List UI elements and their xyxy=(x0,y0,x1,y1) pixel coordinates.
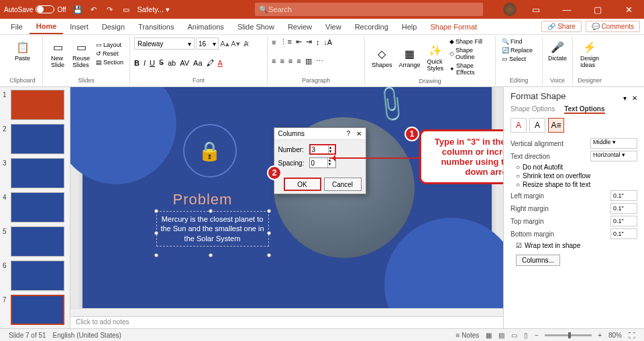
zoom-level[interactable]: 80% xyxy=(608,332,622,339)
tab-recording[interactable]: Recording xyxy=(348,20,395,33)
slide-canvas[interactable]: 🔒 Problem Mercury is the closest planet … xyxy=(70,87,503,308)
bold-button[interactable]: B xyxy=(134,59,140,67)
pane-dropdown-icon[interactable]: ▾ xyxy=(623,94,627,102)
autofit-none-radio[interactable]: ○Do not Autofit xyxy=(516,163,637,171)
tab-file[interactable]: File xyxy=(4,20,30,33)
reset-button[interactable]: ↺ Reset xyxy=(94,50,125,58)
font-color-button[interactable]: A xyxy=(218,59,223,67)
tab-transitions[interactable]: Transitions xyxy=(131,20,180,33)
reading-view-icon[interactable]: ▭ xyxy=(511,332,517,339)
text-fill-icon[interactable]: A xyxy=(511,118,527,133)
new-slide-button[interactable]: ▭New Slide xyxy=(47,38,68,70)
text-effects-icon[interactable]: A xyxy=(529,118,545,133)
number-down-arrow[interactable]: ▼ xyxy=(329,149,335,153)
zoom-slider[interactable] xyxy=(545,334,592,336)
slideshow-view-icon[interactable]: ▯ xyxy=(524,332,528,339)
minimize-button[interactable]: — xyxy=(555,5,578,15)
strikethrough-button[interactable]: S̶ xyxy=(159,58,164,67)
font-name-combo[interactable]: Raleway▾ xyxy=(134,38,195,50)
dictate-button[interactable]: 🎤Dictate xyxy=(547,38,568,63)
notes-pane[interactable]: Click to add notes xyxy=(70,316,503,328)
increase-font-icon[interactable]: A▴ xyxy=(220,39,229,48)
thumbnail-1[interactable] xyxy=(11,90,64,120)
line-spacing-button[interactable]: ↕ xyxy=(316,38,320,46)
left-margin-spinner[interactable]: 0.1" xyxy=(610,190,637,201)
autofit-shrink-radio[interactable]: ○Shrink text on overflow xyxy=(516,172,637,180)
redo-icon[interactable]: ↷ xyxy=(105,5,115,14)
italic-button[interactable]: I xyxy=(144,59,146,67)
shape-fill-button[interactable]: ◆ Shape Fill xyxy=(447,38,491,46)
quick-styles-button[interactable]: ✨Quick Styles xyxy=(425,41,447,73)
pane-close-icon[interactable]: ✕ xyxy=(632,94,637,102)
design-ideas-button[interactable]: ⚡Design Ideas xyxy=(577,38,602,70)
filename[interactable]: Safety... ▾ xyxy=(138,5,170,14)
wrap-text-checkbox[interactable]: ☑Wrap text in shape xyxy=(516,242,637,249)
notes-toggle[interactable]: ≡ Notes xyxy=(456,332,480,339)
textdir-select[interactable]: Horizontal ▾ xyxy=(590,151,637,161)
justify-button[interactable]: ≡ xyxy=(297,57,301,65)
ribbon-display-icon[interactable]: ▭ xyxy=(525,5,547,15)
shape-effects-button[interactable]: ✦ Shape Effects xyxy=(447,62,491,76)
numbering-button[interactable]: ⋮≡ xyxy=(280,38,291,46)
clear-format-icon[interactable]: A̷ xyxy=(241,39,251,48)
find-button[interactable]: 🔍 Find xyxy=(500,38,538,46)
slide-body-textbox[interactable]: Mercury is the closest planet to the Sun… xyxy=(156,211,269,247)
thumbnail-3[interactable] xyxy=(11,158,64,188)
horizontal-scrollbar[interactable] xyxy=(70,308,503,316)
slide-title[interactable]: Problem xyxy=(173,191,233,208)
comments-button[interactable]: 💬 Comments xyxy=(586,21,640,32)
tab-help[interactable]: Help xyxy=(395,20,424,33)
select-button[interactable]: ▭ Select xyxy=(500,55,538,63)
slide-number-status[interactable]: Slide 7 of 51 xyxy=(9,332,46,339)
normal-view-icon[interactable]: ▦ xyxy=(486,332,492,339)
zoom-in-button[interactable]: + xyxy=(598,332,602,339)
thumbnail-2[interactable] xyxy=(11,124,64,154)
bullets-button[interactable]: ≡ xyxy=(272,38,276,46)
bottom-margin-spinner[interactable]: 0.1" xyxy=(610,228,637,239)
thumbnail-4[interactable] xyxy=(11,192,64,222)
decrease-font-icon[interactable]: A▾ xyxy=(231,39,240,48)
spacing-input[interactable] xyxy=(310,158,327,167)
slideshow-qat-icon[interactable]: ▭ xyxy=(121,5,131,14)
user-avatar[interactable] xyxy=(503,3,517,16)
autosave-toggle[interactable]: AutoSave Off xyxy=(4,5,66,13)
dialog-close-icon[interactable]: ✕ xyxy=(356,130,362,137)
text-direction-button[interactable]: ↓A xyxy=(323,38,332,46)
paste-button[interactable]: 📋 Paste xyxy=(7,38,38,63)
fit-to-window-icon[interactable]: ⛶ xyxy=(629,332,635,339)
cancel-button[interactable]: Cancel xyxy=(324,178,362,191)
language-status[interactable]: English (United States) xyxy=(53,332,121,339)
decrease-indent-button[interactable]: ⇤ xyxy=(296,38,302,46)
columns-ribbon-button[interactable]: ▥ xyxy=(305,57,312,66)
columns-button[interactable]: Columns... xyxy=(516,255,560,266)
top-margin-spinner[interactable]: 0.1" xyxy=(610,216,637,226)
tab-review[interactable]: Review xyxy=(281,20,319,33)
number-spinner[interactable]: ▲▼ xyxy=(309,144,336,155)
thumbnail-5[interactable] xyxy=(11,226,64,257)
shape-outline-button[interactable]: ◇ Shape Outline xyxy=(447,46,491,61)
tab-view[interactable]: View xyxy=(319,20,348,33)
maximize-button[interactable]: ▢ xyxy=(586,5,609,15)
text-options-tab[interactable]: Text Options xyxy=(564,105,604,114)
tab-design[interactable]: Design xyxy=(95,20,131,33)
increase-indent-button[interactable]: ⇥ xyxy=(306,38,312,46)
share-button[interactable]: 🔗 Share xyxy=(541,21,581,32)
char-spacing-button[interactable]: AV xyxy=(180,59,189,67)
tab-insert[interactable]: Insert xyxy=(63,20,95,33)
align-right-button[interactable]: ≡ xyxy=(288,57,292,65)
shape-options-tab[interactable]: Shape Options xyxy=(511,105,555,114)
close-button[interactable]: ✕ xyxy=(617,5,640,15)
tab-home[interactable]: Home xyxy=(30,19,64,34)
right-margin-spinner[interactable]: 0.1" xyxy=(610,203,637,214)
span-button[interactable]: ⋯ xyxy=(316,57,323,66)
highlight-button[interactable]: 🖍 xyxy=(207,59,214,67)
thumbnail-6[interactable] xyxy=(11,261,64,291)
change-case-button[interactable]: Aa xyxy=(193,59,202,67)
tab-animations[interactable]: Animations xyxy=(180,20,230,33)
font-size-combo[interactable]: 16▾ xyxy=(196,38,219,50)
search-box[interactable]: 🔍 xyxy=(255,3,483,16)
sorter-view-icon[interactable]: ▤ xyxy=(498,332,504,339)
undo-icon[interactable]: ↶ xyxy=(89,5,99,14)
spacing-down-arrow[interactable]: ▼ xyxy=(328,162,335,166)
save-icon[interactable]: 💾 xyxy=(73,5,83,14)
